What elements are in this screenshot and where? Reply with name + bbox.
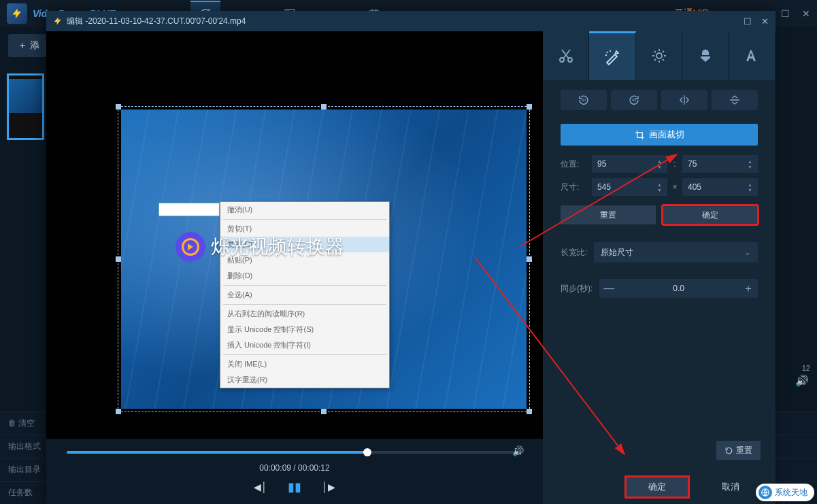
modal-title-prefix: 编辑 - xyxy=(67,16,88,27)
tab-effects[interactable] xyxy=(589,31,635,80)
crop-size-row: 尺寸: 545▲▼ × 405▲▼ xyxy=(543,175,776,199)
video-preview-area: 烁光视频转换器 撤消(U) 剪切(T) 复制(C) 粘贴(P) 删除(D) 全选… xyxy=(46,31,543,504)
rotate-left-button[interactable]: 90 xyxy=(561,90,607,110)
seek-thumb[interactable] xyxy=(363,448,371,456)
modal-cancel-button[interactable]: 取消 xyxy=(699,477,762,497)
modal-footer-buttons: 确定 取消 xyxy=(626,477,762,497)
crop-reset-button[interactable]: 重置 xyxy=(561,205,656,224)
modal-filename: 2020-11-03-10-42-37.CUT.00'07-00'24.mp4 xyxy=(88,16,246,26)
next-frame-button[interactable]: │▶ xyxy=(322,482,335,492)
crop-h-input[interactable]: 405▲▼ xyxy=(682,178,758,196)
refresh-icon xyxy=(724,446,733,455)
reset-all-button[interactable]: 重置 xyxy=(716,441,761,460)
crop-handle-br[interactable] xyxy=(527,409,532,414)
bg-speaker-icon[interactable]: 🔊 xyxy=(795,374,809,387)
add-file-button[interactable]: ＋ 添 xyxy=(8,34,49,57)
edit-modal: 编辑 - 2020-11-03-10-42-37.CUT.00'07-00'24… xyxy=(46,11,776,504)
svg-text:90: 90 xyxy=(632,98,636,102)
tab-subtitle[interactable] xyxy=(729,31,776,80)
sync-value: 0.0 xyxy=(618,284,739,293)
crop-icon xyxy=(635,130,645,140)
aspect-label: 长宽比: xyxy=(561,247,587,258)
badge-text: 系统天地 xyxy=(775,487,807,499)
watermark-overlay: 烁光视频转换器 xyxy=(176,232,344,262)
crop-handle-ml[interactable] xyxy=(116,256,121,262)
sync-plus-button[interactable]: ＋ xyxy=(739,282,758,296)
seek-bar[interactable]: 🔊 xyxy=(67,451,522,454)
svg-point-4 xyxy=(656,53,662,58)
clear-list-button[interactable]: 🗑 清空 xyxy=(8,418,35,429)
task-count-label: 任务数 xyxy=(8,487,33,499)
source-badge: 系统天地 xyxy=(756,484,814,501)
crop-buttons: 重置 确定 xyxy=(543,199,776,234)
crop-handle-mr[interactable] xyxy=(527,256,532,262)
rotate-right-button[interactable]: 90 xyxy=(611,90,657,110)
sync-minus-button[interactable]: — xyxy=(599,282,618,295)
output-format-label: 输出格式 xyxy=(8,441,41,452)
crop-handle-tl[interactable] xyxy=(116,104,121,110)
crop-handle-tr[interactable] xyxy=(527,104,532,110)
flip-vertical-button[interactable] xyxy=(712,90,758,110)
watermark-text: 烁光视频转换器 xyxy=(211,234,344,260)
close-icon[interactable]: ✕ xyxy=(802,8,810,19)
position-label: 位置: xyxy=(561,158,588,170)
modal-close-icon[interactable]: ✕ xyxy=(761,16,769,27)
tool-tabs xyxy=(543,31,776,80)
size-label: 尺寸: xyxy=(561,182,588,193)
prev-frame-button[interactable]: ◀│ xyxy=(254,482,267,492)
crop-handle-tm[interactable] xyxy=(321,104,327,110)
svg-text:90: 90 xyxy=(582,98,586,102)
badge-globe-icon xyxy=(758,486,772,499)
sync-row: 同步(秒): — 0.0 ＋ xyxy=(543,271,776,306)
tab-watermark[interactable] xyxy=(682,31,729,80)
crop-handle-bl[interactable] xyxy=(116,409,121,414)
reset-bottom-wrap: 重置 xyxy=(716,441,761,460)
time-display: 00:00:09 / 00:00:12 xyxy=(60,463,529,473)
player-controls: 🔊 00:00:09 / 00:00:12 ◀│ ▮▮ │▶ xyxy=(46,439,543,504)
tab-trim[interactable] xyxy=(543,31,589,80)
tab-adjust[interactable] xyxy=(636,31,682,80)
modal-ok-button[interactable]: 确定 xyxy=(626,477,688,497)
crop-section-header: 画面裁切 xyxy=(561,124,758,146)
video-thumbnail[interactable] xyxy=(7,73,44,140)
modal-title-icon xyxy=(53,16,63,26)
crop-x-input[interactable]: 95▲▼ xyxy=(592,155,667,173)
watermark-icon xyxy=(176,232,205,262)
pause-button[interactable]: ▮▮ xyxy=(288,480,301,494)
aspect-row: 长宽比: 原始尺寸 ⌄ xyxy=(543,234,776,271)
sync-stepper[interactable]: — 0.0 ＋ xyxy=(599,279,758,298)
modal-maximize-icon[interactable]: ☐ xyxy=(744,16,752,27)
chevron-down-icon: ⌄ xyxy=(744,248,751,257)
side-panel: 90 90 画面裁切 位置: 95▲▼ : 75▲▼ 尺寸: 545▲▼ × 4… xyxy=(543,31,776,504)
crop-position-row: 位置: 95▲▼ : 75▲▼ xyxy=(543,152,776,175)
volume-icon[interactable]: 🔊 xyxy=(512,446,524,456)
modal-titlebar: 编辑 - 2020-11-03-10-42-37.CUT.00'07-00'24… xyxy=(46,11,776,31)
output-dir-label: 输出目录 xyxy=(8,464,41,475)
crop-y-input[interactable]: 75▲▼ xyxy=(682,155,758,173)
flip-horizontal-button[interactable] xyxy=(661,90,707,110)
crop-w-input[interactable]: 545▲▼ xyxy=(592,178,667,196)
rotation-row: 90 90 xyxy=(543,80,776,120)
bg-duration-label: 12 xyxy=(802,364,810,372)
app-logo-icon xyxy=(7,3,27,24)
sync-label: 同步(秒): xyxy=(561,283,593,295)
crop-handle-bm[interactable] xyxy=(321,409,327,414)
aspect-select[interactable]: 原始尺寸 ⌄ xyxy=(594,242,758,263)
maximize-icon[interactable]: ☐ xyxy=(781,8,790,19)
crop-confirm-button[interactable]: 确定 xyxy=(663,205,758,224)
